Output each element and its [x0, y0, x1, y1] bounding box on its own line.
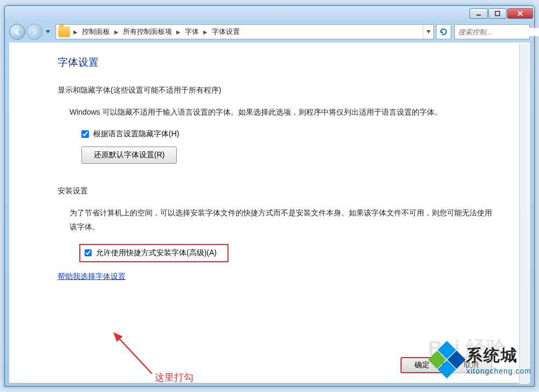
breadcrumb-item[interactable]: 所有控制面板项: [120, 25, 175, 39]
folder-icon: [58, 26, 70, 37]
navigation-bar: ▶ 控制面板 ▶ 所有控制面板项 ▶ 字体 ▶ 字体设置: [9, 22, 530, 41]
section-description: Windows 可以隐藏不适用于输入语言设置的字体。如果选择此选项，则程序中将仅…: [58, 105, 497, 120]
forward-button[interactable]: [26, 24, 43, 40]
nav-history-dropdown[interactable]: [44, 24, 52, 40]
back-button[interactable]: [9, 24, 25, 40]
svg-rect-1: [495, 11, 500, 16]
restore-defaults-button[interactable]: 还原默认字体设置(R): [81, 146, 177, 164]
dialog-buttons: 确定 取消: [400, 357, 492, 373]
close-button[interactable]: [507, 8, 533, 19]
help-link[interactable]: 帮助我选择字体设置: [58, 272, 126, 282]
hide-fonts-checkbox[interactable]: [81, 130, 89, 138]
titlebar: [5, 6, 534, 21]
maximize-button[interactable]: [488, 8, 507, 19]
section-heading: 安装设置: [58, 186, 497, 196]
address-dropdown[interactable]: [423, 25, 433, 39]
section-description: 为了节省计算机上的空间，可以选择安装字体文件的快捷方式而不是安装文件本身。如果该…: [58, 206, 497, 234]
search-box[interactable]: [454, 24, 530, 39]
checkbox-label: 允许使用快捷方式安装字体(高级)(A): [96, 248, 217, 258]
shortcut-install-checkbox[interactable]: [85, 249, 92, 256]
vertical-scrollbar[interactable]: [519, 44, 529, 384]
control-panel-window: ▶ 控制面板 ▶ 所有控制面板项 ▶ 字体 ▶ 字体设置 字体设置 显示和隐藏字…: [4, 5, 535, 387]
chevron-right-icon: ▶: [202, 29, 209, 35]
content-pane: 字体设置 显示和隐藏字体(这些设置可能不适用于所有程序) Windows 可以隐…: [9, 43, 530, 383]
hide-fonts-checkbox-row[interactable]: 根据语言设置隐藏字体(H): [58, 129, 497, 139]
ok-button[interactable]: 确定: [400, 357, 444, 373]
svg-line-6: [114, 333, 152, 374]
refresh-button[interactable]: [436, 24, 451, 39]
breadcrumb-item[interactable]: 字体: [182, 25, 202, 39]
address-bar[interactable]: ▶ 控制面板 ▶ 所有控制面板项 ▶ 字体 ▶ 字体设置: [56, 24, 434, 39]
cancel-button[interactable]: 取消: [450, 357, 492, 373]
search-input[interactable]: [458, 28, 539, 36]
minimize-button[interactable]: [469, 8, 488, 19]
chevron-right-icon: ▶: [175, 29, 182, 35]
breadcrumb-item[interactable]: 字体设置: [209, 25, 243, 39]
breadcrumb-item[interactable]: 控制面板: [79, 25, 113, 39]
page-title: 字体设置: [58, 55, 497, 69]
chevron-right-icon: ▶: [72, 29, 79, 35]
annotation-text: 这里打勾: [155, 371, 194, 383]
chevron-right-icon: ▶: [113, 29, 120, 35]
section-heading: 显示和隐藏字体(这些设置可能不适用于所有程序): [58, 86, 497, 95]
highlighted-checkbox-area: 允许使用快捷方式安装字体(高级)(A): [79, 244, 229, 262]
checkbox-label: 根据语言设置隐藏字体(H): [93, 129, 179, 139]
